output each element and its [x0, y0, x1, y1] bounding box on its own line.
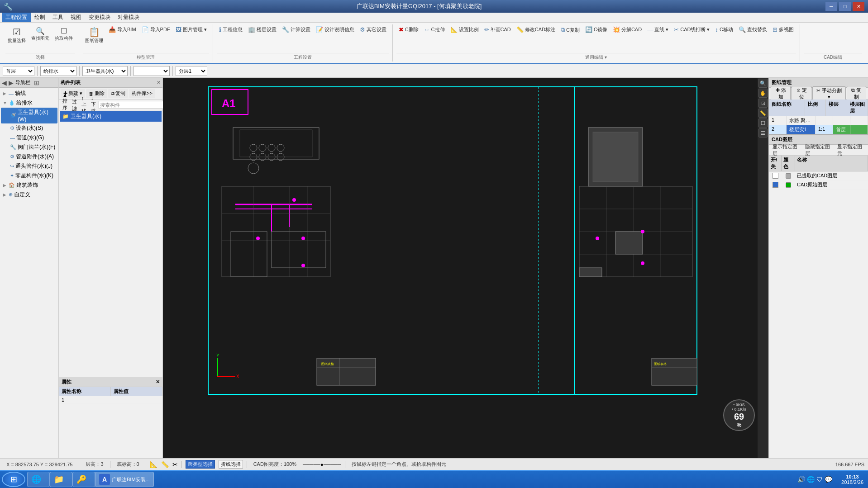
tree-item-elbow-water[interactable]: ↪ 通头管件(水)(J) — [1, 161, 57, 171]
tree-item-water[interactable]: ▼ 💧 给排水 — [1, 98, 57, 108]
img-mgmt-btn[interactable]: 🖼 图片管理 ▾ — [173, 25, 209, 34]
sublayer-select[interactable]: 分层1 — [176, 66, 207, 76]
hide-specified-layer-btn[interactable]: 隐藏指定图层 — [803, 143, 834, 157]
edit-group-label: 通用编辑 ▾ — [396, 53, 796, 61]
drawing-mgmt-btn[interactable]: 📋 图纸管理 — [83, 25, 105, 45]
pick-component-btn[interactable]: ☐ 拾取构件 — [52, 25, 75, 43]
import-pdf-btn[interactable]: 📄 导入PDF — [139, 25, 172, 34]
batch-select-btn[interactable]: ☑ 批量选择 — [5, 25, 28, 45]
taskbar-btn-app[interactable]: A 广联达BIM安装... — [95, 472, 154, 487]
project-info-btn[interactable]: ℹ 工程信息 — [217, 25, 245, 34]
layer-select[interactable] — [134, 66, 170, 76]
menu-item-gongcheng[interactable]: 工程设置 — [2, 13, 31, 22]
menu-item-biangeng[interactable]: 变更模块 — [85, 13, 114, 22]
tree-item-device-water[interactable]: ⚙ 设备(水)(S) — [1, 123, 57, 133]
nav-home-icon[interactable]: ⊞ — [34, 79, 39, 86]
props-close[interactable]: ✕ — [156, 379, 160, 385]
menu-item-duilian[interactable]: 对量模块 — [114, 13, 143, 22]
menu-item-huizhi[interactable]: 绘制 — [31, 13, 49, 22]
vtool-fit-btn[interactable]: ⊡ — [758, 99, 768, 108]
rt-cell-floorlayer-1 — [850, 116, 868, 125]
modify-cad-note-btn[interactable]: 📏 修改CAD标注 — [514, 25, 558, 34]
menu-item-gongju[interactable]: 工具 — [49, 13, 67, 22]
vtool-pan-btn[interactable]: ✋ — [758, 89, 768, 98]
status-snap-polyline[interactable]: 折线选择 — [219, 460, 243, 469]
taskbar-btn-browser[interactable]: 🌐 — [27, 472, 50, 487]
component-panel-close[interactable]: ✕ — [157, 80, 161, 85]
c-stretch-btn[interactable]: ↔ C拉伸 — [422, 25, 447, 34]
tree-item-custom[interactable]: ▶ ⊕ 自定义 — [1, 190, 57, 199]
comp-item-toilet-water[interactable]: 📁 卫生器具(水) — [60, 111, 162, 122]
vtool-zoom-btn[interactable]: 🔍 — [758, 79, 768, 88]
layer-checkbox-1[interactable] — [773, 173, 778, 179]
search-input[interactable] — [99, 101, 164, 109]
maximize-button[interactable]: □ — [839, 2, 851, 11]
find-replace-btn[interactable]: 🔍 查找替换 — [736, 25, 769, 34]
ribbon: ☑ 批量选择 🔍 查找图元 ☐ 拾取构件 选择 📋 图纸管理 — [0, 23, 868, 64]
minimize-button[interactable]: ─ — [825, 2, 837, 11]
status-snap-polygon[interactable]: 跨类型选择 — [186, 460, 215, 469]
tree-item-toilet-water[interactable]: 🚿 卫生器具(水)(W) — [1, 108, 57, 123]
menu-item-shitu[interactable]: 视图 — [67, 13, 85, 22]
start-button[interactable]: ⊞ — [2, 472, 25, 487]
vtool-measure-btn[interactable]: 📏 — [758, 109, 768, 118]
app-title: 广联达BIM安装计量GQI2017 - [何填聚美歌老院] — [13, 2, 825, 10]
add-drawing-btn[interactable]: ✚ 添加 — [771, 86, 791, 101]
nav-back-icon[interactable]: ◀ — [2, 79, 7, 86]
nav-header: ◀ ▶ 导航栏 ⊞ — [0, 78, 58, 88]
tree-item-pipe-attach-water[interactable]: ⚙ 管道附件(水)(A) — [1, 152, 57, 161]
vtool-list-btn[interactable]: ☰ — [758, 128, 768, 137]
other-settings-btn[interactable]: ⚙ 其它设置 — [358, 25, 389, 34]
cad-break-btn[interactable]: ✂ CAD线打断 ▾ — [672, 25, 712, 34]
show-specified-element-btn[interactable]: 显示指定图元 — [835, 143, 866, 157]
rt-row-2[interactable]: 2 楼层实1 1:1 首层 — [769, 125, 868, 134]
toolbar-sep-3 — [130, 66, 131, 76]
layer-sw-2[interactable] — [769, 182, 782, 188]
calc-settings-icon: 🔧 — [282, 26, 289, 33]
multi-view-btn[interactable]: ⊞ 多视图 — [770, 25, 796, 34]
layer-checkbox-2[interactable] — [773, 182, 778, 188]
nav-forward-icon[interactable]: ▶ — [9, 79, 14, 86]
pipe-attach-water-icon: ⚙ — [10, 154, 14, 160]
rt-row-1[interactable]: 1 水路-聚美-歌... — [769, 116, 868, 125]
copy-drawing-btn[interactable]: ⧉ 复制 — [847, 86, 866, 101]
locate-drawing-btn[interactable]: ⊙ 定位 — [792, 86, 811, 101]
manual-split-btn[interactable]: ✂ 手动分割 ▾ — [812, 86, 845, 101]
layer-sw-1[interactable] — [769, 173, 782, 179]
import-bim-btn[interactable]: 📥 导入BIM — [106, 25, 138, 34]
component-panel: 构件列表 ✕ ✚ 新建 ▾ 🗑 删除 ⧉ 复制 构件库>> ▲ 排序 ▾ ▽ 过… — [59, 78, 163, 458]
taskbar-btn-security[interactable]: 🔑 — [72, 472, 95, 487]
c-mirror-btn[interactable]: 🔄 C镜像 — [583, 25, 610, 34]
opacity-slider[interactable]: ─────●───── — [303, 462, 341, 467]
c-move-btn[interactable]: ↕ C移动 — [713, 25, 735, 34]
ribbon-content: ☑ 批量选择 🔍 查找图元 ☐ 拾取构件 选择 📋 图纸管理 — [0, 23, 868, 63]
view-select[interactable]: 给排水 — [40, 66, 76, 76]
tree-item-axis[interactable]: ▶ — 轴线 — [1, 89, 57, 98]
calc-settings-btn[interactable]: 🔧 计算设置 — [280, 25, 313, 34]
tree-item-valve-water[interactable]: 🔧 阀门法兰(水)(F) — [1, 142, 57, 152]
tree-item-building[interactable]: ▶ 🏠 建筑装饰 — [1, 180, 57, 190]
tree-item-pipe-water[interactable]: — 管道(水)(G) — [1, 133, 57, 142]
floor-settings-btn[interactable]: 🏢 楼层设置 — [246, 25, 279, 34]
tree-item-misc-water[interactable]: ✦ 零星构件(水)(K) — [1, 171, 57, 180]
c-copy-btn[interactable]: ⧉ C复制 — [558, 25, 582, 34]
component-select[interactable]: 卫生器具(水) — [82, 66, 128, 76]
c-delete-btn[interactable]: ✖ C删除 — [396, 25, 421, 34]
vtool-select-btn[interactable]: ☐ — [758, 118, 768, 128]
show-specified-layer-btn[interactable]: 显示指定图层 — [771, 143, 801, 157]
straight-line-btn[interactable]: — 直线 ▾ — [645, 25, 671, 34]
floor-settings-icon: 🏢 — [248, 26, 255, 33]
design-doc-btn[interactable]: 📝 设计说明信息 — [314, 25, 357, 34]
decompose-cad-btn[interactable]: 💥 分解CAD — [610, 25, 644, 34]
canvas-area[interactable]: A1 — [163, 78, 768, 458]
copy-component-btn[interactable]: ⧉ 复制 — [108, 89, 128, 98]
floor-select[interactable]: 首层 — [3, 66, 34, 76]
close-button[interactable]: ✕ — [853, 2, 864, 11]
add-cad-btn[interactable]: ✏ 补画CAD — [482, 25, 513, 34]
set-scale-btn[interactable]: 📐 设置比例 — [448, 25, 481, 34]
component-library-btn[interactable]: 构件库>> — [129, 89, 155, 98]
find-element-btn[interactable]: 🔍 查找图元 — [29, 25, 52, 43]
elbow-water-icon: ↪ — [10, 163, 14, 169]
taskbar-btn-explorer[interactable]: 📁 — [50, 472, 72, 487]
pipe-water-icon: — — [10, 135, 15, 141]
